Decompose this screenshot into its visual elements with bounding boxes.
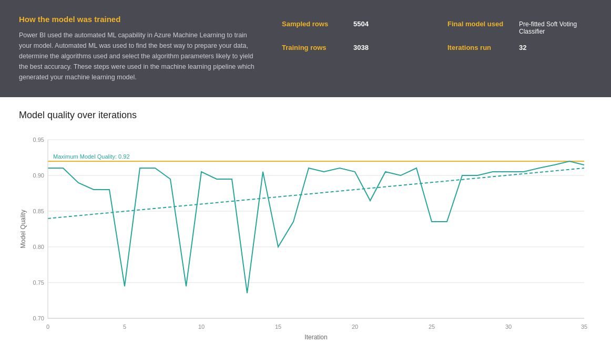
iterations-label: Iterations run [447, 44, 511, 51]
stats-panel: Sampled rows 5504 Final model used Pre-f… [282, 15, 592, 51]
svg-text:5: 5 [123, 324, 126, 330]
panel-description: Power BI used the automated ML capabilit… [19, 30, 261, 82]
svg-text:20: 20 [352, 324, 358, 330]
svg-text:Maximum Model Quality: 0.92: Maximum Model Quality: 0.92 [53, 153, 130, 160]
svg-text:15: 15 [275, 324, 281, 330]
chart-panel: Model quality over iterations 0.95 0.90 … [0, 97, 611, 355]
svg-text:0.85: 0.85 [33, 208, 44, 214]
svg-text:0.75: 0.75 [33, 279, 44, 286]
svg-text:25: 25 [429, 324, 435, 330]
training-rows-label: Training rows [282, 44, 345, 51]
svg-text:Model Quality: Model Quality [19, 210, 27, 248]
panel-title: How the model was trained [19, 15, 261, 24]
svg-text:30: 30 [505, 324, 512, 330]
final-model-row: Final model used Pre-fitted Soft Voting … [447, 20, 592, 35]
iterations-value: 32 [519, 44, 526, 51]
top-panel: How the model was trained Power BI used … [0, 0, 611, 97]
chart-title: Model quality over iterations [19, 110, 592, 121]
sampled-rows-value: 5504 [353, 20, 369, 28]
sampled-rows-label: Sampled rows [282, 20, 345, 28]
svg-text:0.70: 0.70 [33, 315, 44, 321]
model-quality-chart: 0.95 0.90 0.85 0.80 0.75 0.70 0 5 10 15 … [19, 129, 592, 350]
chart-container: 0.95 0.90 0.85 0.80 0.75 0.70 0 5 10 15 … [19, 129, 592, 350]
model-quality-line [48, 161, 584, 293]
svg-text:Iteration: Iteration [304, 334, 327, 341]
training-rows-row: Training rows 3038 [282, 44, 426, 51]
svg-text:0: 0 [46, 324, 49, 330]
svg-text:0.95: 0.95 [33, 137, 44, 143]
training-rows-value: 3038 [353, 44, 369, 51]
svg-text:0.90: 0.90 [33, 172, 44, 179]
iterations-row: Iterations run 32 [447, 44, 592, 51]
final-model-label: Final model used [447, 20, 511, 28]
svg-text:35: 35 [581, 324, 587, 330]
svg-text:10: 10 [198, 324, 205, 330]
svg-text:0.80: 0.80 [33, 244, 44, 250]
final-model-value: Pre-fitted Soft Voting Classifier [519, 20, 592, 35]
sampled-rows-row: Sampled rows 5504 [282, 20, 426, 35]
description-panel: How the model was trained Power BI used … [19, 15, 261, 82]
